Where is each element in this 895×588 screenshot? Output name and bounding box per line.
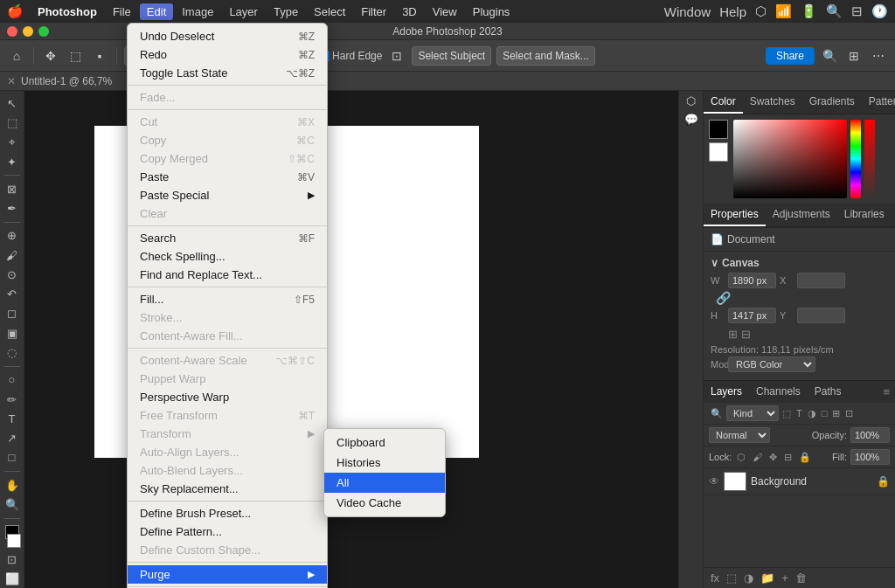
panels-icon[interactable]: ⊞ [844,46,864,66]
blur-tool[interactable]: ◌ [3,343,22,361]
height-input[interactable] [728,308,776,323]
pen-tool[interactable]: ✏ [3,391,22,408]
select-mask-button[interactable]: Select and Mask... [496,46,595,66]
brush-icon[interactable]: ▪ [90,46,109,66]
menu-paste[interactable]: Paste ⌘V [128,168,327,186]
menu-edit[interactable]: Edit [140,3,173,20]
apple-menu-icon[interactable]: 🍎 [7,3,24,19]
magic-wand-tool[interactable]: ✦ [3,153,22,170]
menu-type[interactable]: Type [267,3,305,20]
select-tool-icon[interactable]: ⬚ [66,46,85,66]
quick-mask-icon[interactable]: ⊡ [3,551,22,569]
menu-filter[interactable]: Filter [354,3,393,20]
color-panel-icon[interactable]: ⬡ [686,94,696,107]
layers-panel-menu-icon[interactable]: ≡ [878,381,895,403]
purge-all[interactable]: All [324,473,445,493]
layers-toggle-icon[interactable]: ⊡ [843,408,855,419]
menu-image[interactable]: Image [175,3,220,20]
tab-gradients[interactable]: Gradients [802,91,862,114]
canvas-resize-icon[interactable]: ⊞ [728,328,738,341]
layers-shape-icon[interactable]: □ [820,408,829,419]
tab-properties[interactable]: Properties [704,204,766,226]
link-proportions-icon[interactable]: 🔗 [716,291,731,305]
shape-tool[interactable]: □ [3,449,22,467]
menu-window[interactable]: Window [664,4,711,19]
add-mask-icon[interactable]: ⬚ [725,571,739,585]
purge-video-cache[interactable]: Video Cache [324,493,445,513]
home-icon[interactable]: ⌂ [7,46,26,66]
app-name[interactable]: Photoshop [31,3,104,20]
share-button[interactable]: Share [766,47,815,65]
select-subject-button[interactable]: Select Subject [412,46,491,66]
menu-paste-special[interactable]: Paste Special ▶ [128,186,327,204]
menu-sky-replacement[interactable]: Sky Replacement... [128,480,327,498]
menu-help[interactable]: Help [719,4,746,19]
menu-define-pattern[interactable]: Define Pattern... [128,522,327,541]
close-button[interactable] [7,26,17,37]
menu-purge[interactable]: Purge ▶ [128,565,327,584]
menu-file[interactable]: File [106,3,138,20]
menu-view[interactable]: View [426,3,464,20]
tab-color[interactable]: Color [704,91,743,114]
fill-input[interactable] [850,449,890,465]
lock-transparent-icon[interactable]: ⬡ [735,452,747,463]
doc-close-icon[interactable]: ✕ [7,75,16,87]
blend-mode-select[interactable]: Normal [709,427,770,443]
menu-select[interactable]: Select [307,3,352,20]
tab-patterns[interactable]: Patterns [862,91,895,114]
purge-histories[interactable]: Histories [324,453,445,473]
comment-icon[interactable]: 💬 [684,113,698,126]
layer-visibility-icon[interactable]: 👁 [709,475,719,488]
menu-define-brush[interactable]: Define Brush Preset... [128,504,327,522]
lasso-tool[interactable]: ⌖ [3,134,22,151]
select-subject-icon[interactable]: ⊡ [387,46,406,66]
search-menu-icon[interactable]: 🔍 [826,3,843,19]
lock-position-icon[interactable]: ✥ [767,452,779,463]
fg-swatch[interactable] [709,120,728,139]
add-adjustment-icon[interactable]: ◑ [742,571,755,585]
tab-paths[interactable]: Paths [808,381,849,403]
add-group-icon[interactable]: 📁 [759,571,776,585]
move-tool[interactable]: ↖ [3,94,22,112]
lock-image-icon[interactable]: 🖌 [751,452,764,462]
type-tool[interactable]: T [3,410,22,427]
mode-select[interactable]: RGB Color [728,356,815,372]
color-hue-bar[interactable] [850,120,861,198]
tab-channels[interactable]: Channels [749,381,808,403]
lock-all-icon[interactable]: 🔒 [797,452,813,463]
eraser-tool[interactable]: ◻ [3,305,22,322]
add-layer-icon[interactable]: + [780,571,790,585]
maximize-button[interactable] [38,26,49,37]
crop-tool[interactable]: ⊠ [3,180,22,197]
brush-tool[interactable]: 🖌 [3,246,22,264]
marquee-tool[interactable]: ⬚ [3,114,22,131]
menu-plugins[interactable]: Plugins [466,3,517,20]
color-alpha-bar[interactable] [864,120,875,198]
menu-redo[interactable]: Redo ⌘Z [128,45,327,64]
minimize-button[interactable] [23,26,33,37]
hand-tool[interactable]: ✋ [3,476,22,494]
menu-search[interactable]: Search ⌘F [128,229,327,247]
gradient-tool[interactable]: ▣ [3,324,22,342]
x-input[interactable] [797,273,845,288]
menu-undo[interactable]: Undo Deselect ⌘Z [128,27,327,45]
eyedropper-tool[interactable]: ✒ [3,199,22,217]
color-spectrum[interactable] [733,120,847,198]
y-input[interactable] [797,308,845,323]
layers-text-icon[interactable]: T [794,408,804,419]
layers-adj-icon[interactable]: ◑ [806,408,818,419]
healing-tool[interactable]: ⊕ [3,227,22,245]
layer-item-background[interactable]: 👁 Background 🔒 [704,468,895,495]
doc-tab-label[interactable]: Untitled-1 @ 66,7% [21,75,112,87]
search-toolbar-icon[interactable]: 🔍 [820,46,839,66]
tab-swatches[interactable]: Swatches [743,91,802,114]
layers-kind-select[interactable]: Kind [726,405,779,421]
delete-layer-icon[interactable]: 🗑 [794,571,808,585]
menu-fill[interactable]: Fill... ⇧F5 [128,290,327,308]
background-color[interactable] [7,534,21,548]
properties-panel-menu-icon[interactable]: ≡ [892,204,895,226]
menu-3d[interactable]: 3D [395,3,424,20]
menu-toggle-last-state[interactable]: Toggle Last State ⌥⌘Z [128,64,327,82]
add-style-icon[interactable]: fx [709,571,721,585]
screen-mode-icon[interactable]: ⬜ [3,571,22,588]
